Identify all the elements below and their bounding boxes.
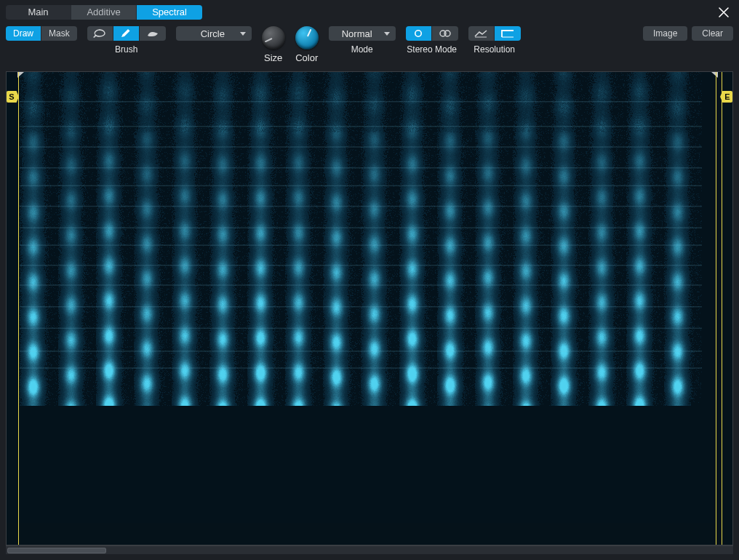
color-knob-column: Color — [295, 26, 319, 63]
resolution-high-button[interactable] — [495, 26, 521, 41]
pencil-icon — [119, 28, 132, 39]
lasso-icon — [92, 28, 107, 39]
blend-mode-dropdown[interactable]: Normal — [329, 26, 396, 41]
spectrogram-display[interactable]: S E — [6, 71, 733, 545]
image-actions: Image Clear — [643, 26, 733, 41]
brush-tool-group: Brush — [87, 26, 166, 55]
circle-icon — [412, 28, 425, 39]
lasso-tool-button[interactable] — [87, 26, 113, 41]
chevron-down-icon — [240, 32, 246, 36]
view-tabs: Main Additive Spectral — [6, 5, 202, 20]
resolution-label: Resolution — [474, 44, 515, 55]
resolution-high-icon — [500, 28, 515, 39]
tab-main[interactable]: Main — [6, 5, 71, 20]
knob-group: Size Color — [262, 26, 319, 63]
close-icon — [717, 6, 730, 19]
color-knob[interactable] — [295, 26, 319, 49]
mode-mask-button[interactable]: Mask — [41, 26, 77, 41]
stereo-mono-button[interactable] — [406, 26, 432, 41]
blend-mode-label: Mode — [351, 44, 373, 55]
resolution-group: Resolution — [468, 26, 521, 55]
size-knob[interactable] — [262, 26, 285, 49]
linked-circles-icon — [437, 28, 453, 39]
spectral-editor-pane: Main Additive Spectral Draw Mask — [0, 0, 739, 560]
clear-button[interactable]: Clear — [692, 26, 733, 41]
brush-tools — [87, 26, 166, 41]
loop-end-line-2 — [722, 72, 722, 545]
edit-mode-group: Draw Mask — [6, 26, 77, 41]
brush-icon — [145, 28, 160, 39]
stereo-mode-group: Stereo Mode — [406, 26, 458, 55]
close-button[interactable] — [714, 3, 733, 22]
spectral-toolbar: Draw Mask — [6, 26, 733, 77]
brush-tool-button[interactable] — [140, 26, 166, 41]
brush-label: Brush — [115, 44, 137, 55]
svg-point-2 — [444, 31, 450, 36]
view-tab-bar: Main Additive Spectral — [6, 4, 733, 20]
loop-start-line — [18, 72, 19, 545]
play-range-end-handle[interactable] — [711, 72, 718, 78]
chevron-down-icon — [384, 32, 390, 36]
image-button[interactable]: Image — [643, 26, 687, 41]
size-knob-column: Size — [262, 26, 285, 63]
size-label: Size — [264, 52, 282, 63]
loop-start-marker[interactable]: S — [7, 91, 19, 103]
brush-shape-value: Circle — [201, 28, 225, 39]
spectrogram-canvas — [7, 72, 719, 523]
stereo-mode-label: Stereo Mode — [407, 44, 457, 55]
blend-mode-value: Normal — [342, 28, 372, 39]
stereo-mode-buttons — [406, 26, 458, 41]
tab-spectral[interactable]: Spectral — [137, 5, 202, 20]
scrollbar-thumb[interactable] — [7, 548, 106, 553]
mode-draw-button[interactable]: Draw — [6, 26, 41, 41]
pencil-tool-button[interactable] — [113, 26, 140, 41]
color-label: Color — [295, 52, 318, 63]
stereo-linked-button[interactable] — [432, 26, 458, 41]
loop-end-marker[interactable]: E — [720, 91, 732, 103]
horizontal-scrollbar[interactable] — [6, 545, 733, 554]
resolution-buttons — [468, 26, 521, 41]
resolution-low-icon — [474, 28, 488, 39]
loop-end-line — [716, 72, 716, 545]
blend-mode-group: Normal Mode — [329, 26, 396, 55]
resolution-low-button[interactable] — [468, 26, 495, 41]
svg-point-0 — [415, 31, 421, 36]
tab-additive[interactable]: Additive — [71, 5, 137, 20]
brush-shape-dropdown[interactable]: Circle — [176, 26, 252, 41]
